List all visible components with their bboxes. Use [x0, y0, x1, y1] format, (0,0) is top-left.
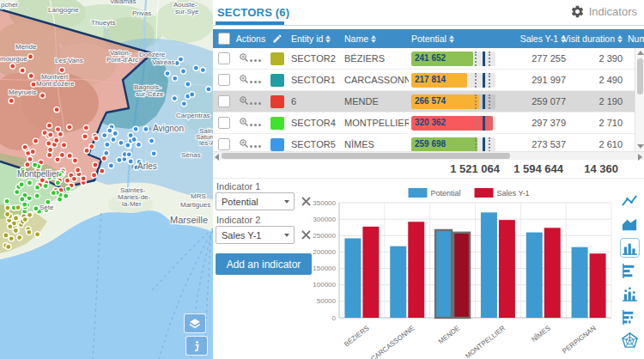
- customer-dot-olive[interactable]: [13, 216, 18, 221]
- customer-dot-blue-plain[interactable]: [131, 137, 137, 142]
- customer-dot-red-main[interactable]: [48, 132, 53, 137]
- zoom-to-sector-icon[interactable]: [239, 138, 249, 150]
- customer-dot-olive[interactable]: [15, 205, 21, 210]
- bar-sales-y-1-perpignan[interactable]: [590, 253, 606, 318]
- sector-color-swatch[interactable]: [266, 138, 289, 151]
- row-menu-icon[interactable]: [250, 118, 263, 128]
- customer-dot-red-main[interactable]: [89, 144, 94, 149]
- customer-dot-red-main[interactable]: [81, 176, 86, 181]
- radar-chart-button[interactable]: [620, 331, 640, 350]
- customer-dot-olive[interactable]: [27, 229, 32, 234]
- bar-potential-perpignan[interactable]: [572, 247, 588, 318]
- customer-dot-olive[interactable]: [13, 228, 18, 233]
- customer-dot-green[interactable]: [64, 193, 69, 198]
- customer-dot-red-north[interactable]: [9, 98, 14, 103]
- header-entity-id[interactable]: Entity id: [289, 33, 342, 44]
- customer-dot-green[interactable]: [33, 206, 39, 211]
- customer-dot-red-north[interactable]: [20, 68, 25, 73]
- customer-dot-blue-plain[interactable]: [126, 152, 131, 157]
- edit-color-icon[interactable]: [266, 33, 289, 44]
- horizontal-bar-chart-button[interactable]: [620, 261, 640, 281]
- sector-color-swatch[interactable]: [266, 117, 289, 130]
- customer-dot-red-main[interactable]: [46, 141, 52, 146]
- customer-dot-olive[interactable]: [8, 224, 13, 229]
- customer-dot-red-main[interactable]: [54, 137, 59, 143]
- scroll-up-arrow-icon[interactable]: [637, 51, 644, 55]
- customer-dot-blue-northeast[interactable]: [165, 71, 170, 76]
- zoom-to-sector-icon[interactable]: [239, 52, 249, 64]
- customer-dot-green[interactable]: [55, 180, 60, 186]
- bar-sales-y-1-montpellier[interactable]: [499, 220, 515, 318]
- customer-dot-red-main[interactable]: [76, 167, 81, 173]
- customer-dot-red-main[interactable]: [33, 138, 38, 143]
- customer-dot-red-main[interactable]: [67, 153, 72, 158]
- tab-sectors[interactable]: SECTORS (6): [217, 6, 289, 19]
- customer-dot-olive[interactable]: [35, 232, 40, 237]
- customer-dot-red-north[interactable]: [10, 64, 15, 69]
- header-sales-y1[interactable]: Sales Y-1: [498, 33, 568, 44]
- customer-dot-blue-plain[interactable]: [102, 133, 107, 138]
- customer-dot-blue-northeast[interactable]: [185, 82, 191, 87]
- customer-dot-red-main[interactable]: [93, 162, 98, 167]
- customer-dot-green[interactable]: [43, 184, 48, 189]
- customer-dot-blue-plain[interactable]: [111, 137, 116, 143]
- customer-dot-green[interactable]: [20, 197, 25, 202]
- sector-color-swatch[interactable]: [266, 52, 289, 65]
- bar-potential-nîmes[interactable]: [526, 233, 543, 318]
- customer-dot-green[interactable]: [51, 191, 56, 196]
- customer-dot-blue-northeast[interactable]: [206, 87, 211, 92]
- customer-dot-olive[interactable]: [5, 205, 10, 210]
- bar-scatter-chart-button[interactable]: [620, 284, 640, 304]
- customer-dot-green[interactable]: [65, 186, 70, 192]
- zoom-to-sector-icon[interactable]: [239, 117, 249, 129]
- customer-dot-blue-plain[interactable]: [108, 163, 113, 168]
- customer-dot-olive[interactable]: [17, 235, 22, 240]
- customer-dot-red-main[interactable]: [100, 168, 105, 173]
- line-chart-button[interactable]: [620, 192, 640, 211]
- row-checkbox[interactable]: [213, 138, 235, 150]
- row-checkbox[interactable]: [213, 74, 235, 86]
- bar-sales-y-1-béziers[interactable]: [362, 227, 379, 318]
- customer-dot-blue-plain[interactable]: [128, 159, 133, 164]
- map-panel[interactable]: pcherValamasLangognePrivasAouste-sur-Sye…: [0, 0, 214, 359]
- customer-dot-blue-plain[interactable]: [143, 126, 149, 131]
- customer-dot-blue-northeast[interactable]: [180, 69, 185, 74]
- customer-dot-red-north[interactable]: [27, 54, 33, 59]
- customer-dot-red-main[interactable]: [27, 156, 33, 161]
- customer-dot-red-main[interactable]: [25, 162, 30, 167]
- customer-dot-olive[interactable]: [22, 217, 27, 222]
- map-info-button[interactable]: [185, 336, 208, 356]
- customer-dot-blue-plain[interactable]: [118, 140, 124, 145]
- customer-dot-blue-northeast[interactable]: [172, 96, 177, 101]
- customer-dot-red-main[interactable]: [48, 147, 53, 152]
- customer-dot-red-north[interactable]: [39, 93, 45, 98]
- customer-dot-blue-plain[interactable]: [136, 142, 141, 147]
- select-all-checkbox[interactable]: [213, 33, 235, 45]
- customer-dot-green[interactable]: [33, 162, 38, 167]
- customer-dot-red-north[interactable]: [54, 107, 59, 113]
- area-chart-button[interactable]: [620, 215, 640, 234]
- table-row[interactable]: SECTOR4MONTPELLIER320 362297 3792 710: [213, 113, 644, 134]
- zoom-to-sector-icon[interactable]: [239, 74, 249, 86]
- customer-dot-blue-northeast[interactable]: [181, 101, 186, 106]
- zoom-to-sector-icon[interactable]: [239, 95, 249, 107]
- customer-dot-red-main[interactable]: [67, 125, 72, 130]
- customer-dot-red-main[interactable]: [46, 123, 52, 128]
- customer-dot-red-main[interactable]: [101, 155, 106, 161]
- bar-potential-béziers[interactable]: [344, 238, 361, 318]
- customer-dot-red-main[interactable]: [47, 152, 52, 157]
- header-visit-duration[interactable]: Visit duration: [568, 33, 625, 44]
- customer-dot-blue-plain[interactable]: [105, 142, 110, 147]
- customer-dot-green[interactable]: [27, 196, 32, 201]
- customer-dot-green[interactable]: [4, 198, 9, 204]
- customer-dot-blue-plain[interactable]: [117, 157, 122, 162]
- horizontal-scroll-thumb[interactable]: [222, 153, 510, 159]
- customer-dot-blue-plain[interactable]: [104, 150, 109, 155]
- add-indicator-button[interactable]: Add an indicator: [216, 253, 312, 275]
- customer-dot-red-main[interactable]: [55, 157, 60, 162]
- customer-dot-green[interactable]: [34, 185, 39, 190]
- customer-dot-blue-northeast[interactable]: [200, 68, 205, 73]
- customer-dot-blue-northeast[interactable]: [178, 57, 183, 62]
- row-menu-icon[interactable]: [250, 96, 263, 106]
- row-menu-icon[interactable]: [250, 53, 263, 64]
